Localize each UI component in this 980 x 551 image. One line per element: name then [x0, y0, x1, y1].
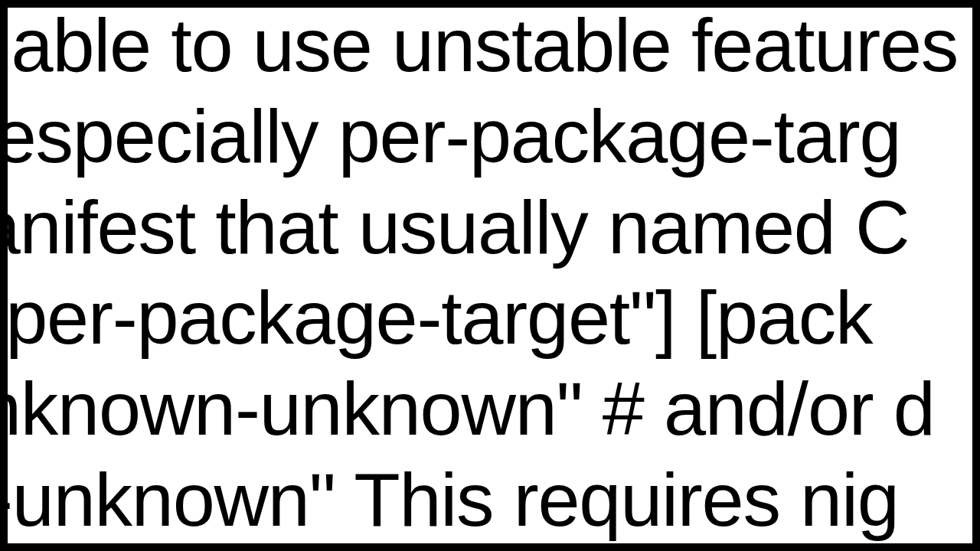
- document-frame: If you're able to use unstable features …: [0, 0, 980, 551]
- text-line-6: nknown-unknown" This requires nig: [0, 455, 980, 546]
- text-line-3: crate manifest that usually named C: [0, 182, 980, 273]
- text-line-1: If you're able to use unstable features: [0, 0, 980, 91]
- text-line-5: sm32-unknown-unknown" # and/or d: [0, 364, 980, 455]
- text-line-4: ures = ["per-package-target"] [pack: [0, 272, 980, 364]
- text-line-2: es, and especially per-package-targ: [0, 91, 980, 182]
- document-text-block: If you're able to use unstable features …: [0, 0, 980, 546]
